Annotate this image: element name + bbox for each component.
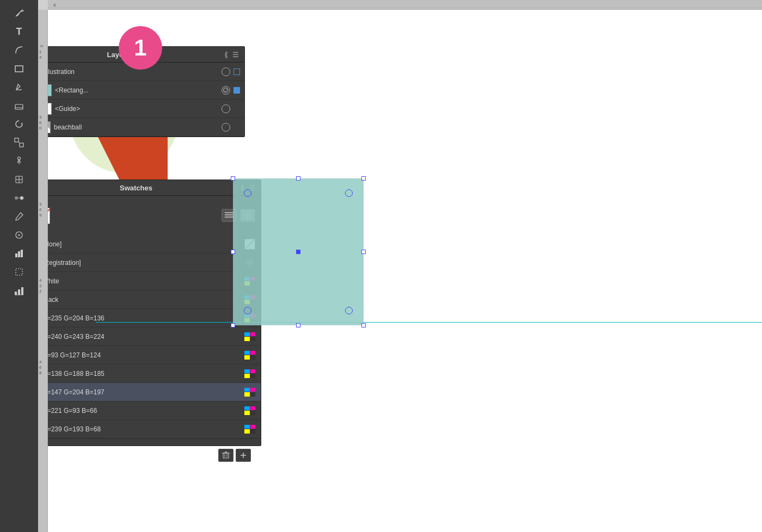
chart-tool[interactable] (9, 282, 29, 299)
svg-text:2: 2 (39, 289, 42, 294)
svg-rect-2 (15, 104, 23, 109)
rect-tool[interactable] (9, 60, 29, 77)
svg-rect-22 (21, 250, 23, 257)
ruler-left: 3 2 4 3 6 0 3 6 9 4 3 2 4 6 8 (38, 10, 48, 532)
ruler-top: 8 (48, 0, 762, 10)
eyedropper-tool[interactable] (9, 208, 29, 225)
measure-tool[interactable] (9, 226, 29, 244)
rotate-handle-bl[interactable] (244, 307, 251, 314)
toolbar: T (0, 0, 38, 532)
graph-tool[interactable] (9, 245, 29, 262)
layer-name-beachball: beachball (54, 123, 222, 131)
layer-name-rectang: <Rectang... (55, 86, 222, 94)
swatch-label-r93g127b124: R=93 G=127 B=124 (42, 351, 242, 359)
layer-target-beachball[interactable] (222, 123, 230, 132)
swatches-panel-title: Swatches (120, 184, 152, 192)
swatch-label-r235g204b136: R=235 G=204 B=136 (42, 314, 242, 322)
handle-mid-center[interactable] (296, 250, 300, 254)
layer-select-rectang[interactable] (233, 87, 240, 94)
svg-point-16 (20, 196, 23, 200)
svg-rect-26 (21, 287, 23, 295)
type-tool[interactable]: T (9, 23, 29, 40)
swatches-panel-header: ✕ Swatches ⟪ ☰ (20, 180, 261, 196)
selected-rectangle[interactable] (233, 178, 364, 325)
swatch-label-black: Black (42, 296, 242, 304)
swatch-label-r221g93b66: R=221 G=93 B=66 (42, 407, 242, 415)
svg-rect-24 (15, 292, 17, 295)
svg-point-19 (19, 234, 20, 236)
handle-bot-left[interactable] (231, 323, 235, 327)
svg-rect-69 (223, 453, 229, 458)
swatch-row-r138g188b185[interactable]: R=138 G=188 B=185 (20, 364, 261, 383)
swatch-row-r239g193b68[interactable]: R=239 G=193 B=68 (20, 420, 261, 438)
swatch-row-white[interactable]: White (20, 272, 261, 290)
swatches-new-button[interactable] (236, 449, 251, 462)
svg-text:4: 4 (39, 278, 42, 283)
svg-text:8: 8 (53, 3, 56, 8)
svg-text:0: 0 (39, 126, 42, 131)
rotate-handle-tl[interactable] (244, 189, 251, 197)
swatch-row-black[interactable]: Black (20, 290, 261, 309)
swatch-cmyk-r239g193b68 (244, 425, 255, 434)
rotate-handle-tr[interactable] (345, 189, 353, 197)
swatch-label-white: White (42, 277, 242, 285)
swatch-cmyk-r221g93b66 (244, 406, 255, 415)
blend-tool[interactable] (9, 189, 29, 207)
artboard-tool[interactable] (9, 263, 29, 281)
handle-top-right[interactable] (361, 176, 366, 181)
svg-rect-25 (18, 289, 20, 295)
swatch-row-r235g204b136[interactable]: R=235 G=204 B=136 (20, 309, 261, 327)
swatch-row-r221g93b66[interactable]: R=221 G=93 B=66 (20, 401, 261, 420)
eraser-tool[interactable] (9, 97, 29, 114)
swatch-row-r93g127b124[interactable]: R=93 G=127 B=124 (20, 346, 261, 364)
swatch-label-r147g204b197: R=147 G=204 B=197 (42, 388, 242, 396)
swatches-color-preview-row (20, 196, 261, 235)
handle-top-center[interactable] (296, 176, 300, 181)
layer-select-illustration[interactable] (233, 69, 240, 75)
swatch-row-r147g204b197[interactable]: R=147 G=204 B=197 (20, 383, 261, 401)
pencil-tool[interactable] (9, 78, 29, 96)
svg-text:9: 9 (39, 213, 42, 218)
layers-menu-icon[interactable]: ☰ (232, 51, 239, 59)
layer-empty-select-guide (233, 106, 240, 112)
svg-rect-20 (15, 253, 17, 257)
layers-collapse-icon[interactable]: ⟪ (224, 51, 228, 59)
swatches-panel: ✕ Swatches ⟪ ☰ (19, 180, 261, 446)
svg-rect-21 (18, 251, 20, 257)
svg-point-8 (18, 157, 21, 160)
handle-bot-right[interactable] (361, 323, 366, 327)
handle-mid-right[interactable] (361, 250, 366, 254)
handle-bot-center[interactable] (296, 323, 300, 327)
svg-text:8: 8 (39, 370, 42, 375)
pen-tool[interactable] (9, 4, 29, 22)
swatch-row-registration[interactable]: [Registration] (20, 253, 261, 272)
swatch-row-none[interactable]: [None] (20, 235, 261, 253)
svg-text:4: 4 (39, 55, 42, 60)
svg-text:3: 3 (39, 45, 44, 47)
svg-text:3: 3 (39, 283, 42, 288)
svg-rect-0 (15, 66, 23, 72)
layer-target-guide[interactable] (222, 104, 230, 113)
swatch-label-r240g243b224: R=240 G=243 B=224 (42, 333, 242, 341)
layer-target-rectang[interactable] (222, 86, 230, 95)
swatch-label-none: [None] (42, 240, 244, 248)
rotate-handle-br[interactable] (345, 307, 353, 314)
layer-name-illustration: illustration (45, 68, 222, 76)
mesh-tool[interactable] (9, 171, 29, 188)
swatches-bottom-bar (20, 438, 261, 446)
svg-rect-23 (16, 269, 22, 275)
puppet-tool[interactable] (9, 152, 29, 170)
svg-text:6: 6 (39, 207, 42, 212)
handle-mid-left[interactable] (231, 250, 235, 254)
handle-top-left[interactable] (231, 176, 235, 181)
swatches-trash-button[interactable] (218, 449, 233, 462)
scale-tool[interactable] (9, 134, 29, 151)
annotation-1: 1 (119, 26, 162, 70)
rotate-tool[interactable] (9, 115, 29, 133)
layer-target-illustration[interactable] (222, 67, 230, 76)
arc-tool[interactable] (9, 41, 29, 59)
layers-header-icons: ⟪ ☰ (224, 51, 239, 59)
swatch-cmyk-r240g243b224 (244, 332, 255, 341)
swatch-row-r240g243b224[interactable]: R=240 G=243 B=224 (20, 327, 261, 346)
swatch-label-registration: [Registration] (42, 259, 244, 267)
